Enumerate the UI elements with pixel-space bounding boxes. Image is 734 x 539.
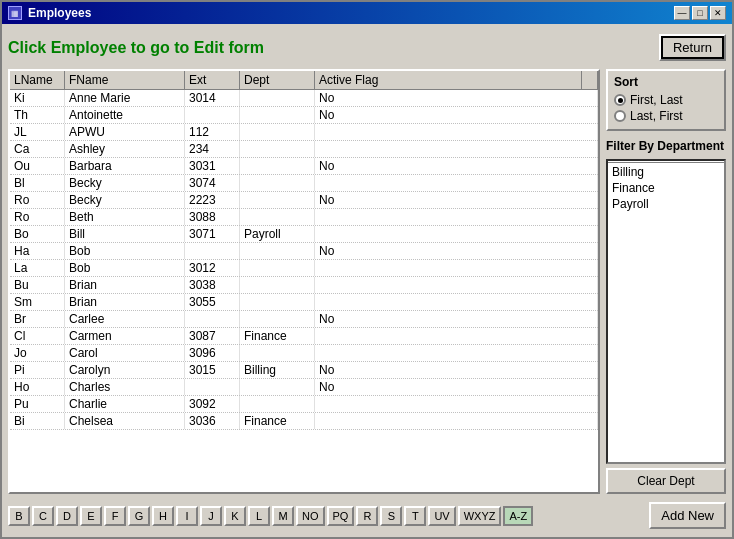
cell-active (315, 294, 598, 310)
cell-fname: Ashley (65, 141, 185, 157)
return-button[interactable]: Return (659, 34, 726, 61)
cell-active (315, 141, 598, 157)
table-scroll[interactable]: Ki Anne Marie 3014 No Th Antoinette No J… (10, 90, 598, 492)
filter-payroll[interactable]: Payroll (608, 196, 724, 212)
alpha-btn-a-z[interactable]: A-Z (503, 506, 533, 526)
table-row[interactable]: Jo Carol 3096 (10, 345, 598, 362)
cell-ext: 3096 (185, 345, 240, 361)
cell-active (315, 209, 598, 225)
filter-finance[interactable]: Finance (608, 180, 724, 196)
sort-first-last[interactable]: First, Last (614, 93, 718, 107)
table-row[interactable]: Ro Becky 2223 No (10, 192, 598, 209)
sort-last-first-label: Last, First (630, 109, 683, 123)
cell-dept (240, 192, 315, 208)
alpha-btn-m[interactable]: M (272, 506, 294, 526)
alpha-btn-k[interactable]: K (224, 506, 246, 526)
alpha-btn-uv[interactable]: UV (428, 506, 455, 526)
cell-lname: Th (10, 107, 65, 123)
cell-ext: 3012 (185, 260, 240, 276)
cell-lname: Jo (10, 345, 65, 361)
table-row[interactable]: Br Carlee No (10, 311, 598, 328)
cell-fname: Carol (65, 345, 185, 361)
filter-separator (608, 162, 724, 163)
cell-lname: Br (10, 311, 65, 327)
alpha-btn-wxyz[interactable]: WXYZ (458, 506, 502, 526)
cell-dept: Payroll (240, 226, 315, 242)
cell-dept (240, 294, 315, 310)
alpha-btn-t[interactable]: T (404, 506, 426, 526)
maximize-button[interactable]: □ (692, 6, 708, 20)
cell-active: No (315, 158, 598, 174)
filter-billing[interactable]: Billing (608, 164, 724, 180)
table-row[interactable]: Bl Becky 3074 (10, 175, 598, 192)
table-row[interactable]: Pu Charlie 3092 (10, 396, 598, 413)
employee-table: LName FName Ext Dept Active Flag Ki Anne… (8, 69, 600, 494)
cell-ext: 3031 (185, 158, 240, 174)
cell-ext: 3087 (185, 328, 240, 344)
radio-last-first[interactable] (614, 110, 626, 122)
sort-label: Sort (614, 75, 718, 89)
alpha-btn-i[interactable]: I (176, 506, 198, 526)
table-row[interactable]: Bu Brian 3038 (10, 277, 598, 294)
col-scroll-spacer (582, 71, 598, 89)
main-window: ▦ Employees — □ ✕ Click Employee to go t… (0, 0, 734, 539)
cell-lname: Cl (10, 328, 65, 344)
cell-dept (240, 209, 315, 225)
alpha-btn-no[interactable]: NO (296, 506, 325, 526)
table-row[interactable]: Sm Brian 3055 (10, 294, 598, 311)
cell-active: No (315, 362, 598, 378)
cell-active: No (315, 379, 598, 395)
cell-active (315, 345, 598, 361)
department-filter-list[interactable]: Billing Finance Payroll (606, 159, 726, 464)
cell-dept (240, 107, 315, 123)
table-row[interactable]: JL APWU 112 (10, 124, 598, 141)
table-row[interactable]: Ou Barbara 3031 No (10, 158, 598, 175)
add-new-button[interactable]: Add New (649, 502, 726, 529)
cell-dept (240, 141, 315, 157)
alpha-btn-f[interactable]: F (104, 506, 126, 526)
table-row[interactable]: Th Antoinette No (10, 107, 598, 124)
table-row[interactable]: Bi Chelsea 3036 Finance (10, 413, 598, 430)
table-row[interactable]: Pi Carolyn 3015 Billing No (10, 362, 598, 379)
cell-active: No (315, 107, 598, 123)
col-fname: FName (65, 71, 185, 89)
close-button[interactable]: ✕ (710, 6, 726, 20)
alpha-btn-r[interactable]: R (356, 506, 378, 526)
cell-fname: Bob (65, 243, 185, 259)
table-row[interactable]: Cl Carmen 3087 Finance (10, 328, 598, 345)
table-row[interactable]: Bo Bill 3071 Payroll (10, 226, 598, 243)
filter-label: Filter By Department (606, 139, 726, 153)
alpha-btn-j[interactable]: J (200, 506, 222, 526)
alpha-btn-b[interactable]: B (8, 506, 30, 526)
radio-first-last[interactable] (614, 94, 626, 106)
clear-dept-button[interactable]: Clear Dept (606, 468, 726, 494)
minimize-button[interactable]: — (674, 6, 690, 20)
table-row[interactable]: La Bob 3012 (10, 260, 598, 277)
cell-active (315, 124, 598, 140)
sort-last-first[interactable]: Last, First (614, 109, 718, 123)
cell-dept: Finance (240, 413, 315, 429)
cell-ext (185, 311, 240, 327)
cell-lname: Ou (10, 158, 65, 174)
table-row[interactable]: Ha Bob No (10, 243, 598, 260)
cell-dept (240, 175, 315, 191)
alpha-btn-c[interactable]: C (32, 506, 54, 526)
cell-active (315, 396, 598, 412)
cell-ext: 3036 (185, 413, 240, 429)
cell-fname: Bill (65, 226, 185, 242)
alpha-btn-h[interactable]: H (152, 506, 174, 526)
cell-dept (240, 345, 315, 361)
table-row[interactable]: Ki Anne Marie 3014 No (10, 90, 598, 107)
table-row[interactable]: Ca Ashley 234 (10, 141, 598, 158)
alpha-btn-l[interactable]: L (248, 506, 270, 526)
cell-dept (240, 260, 315, 276)
cell-lname: JL (10, 124, 65, 140)
table-row[interactable]: Ho Charles No (10, 379, 598, 396)
table-row[interactable]: Ro Beth 3088 (10, 209, 598, 226)
alpha-btn-d[interactable]: D (56, 506, 78, 526)
cell-lname: Ca (10, 141, 65, 157)
alpha-btn-e[interactable]: E (80, 506, 102, 526)
alpha-btn-s[interactable]: S (380, 506, 402, 526)
alpha-btn-g[interactable]: G (128, 506, 150, 526)
alpha-btn-pq[interactable]: PQ (327, 506, 355, 526)
